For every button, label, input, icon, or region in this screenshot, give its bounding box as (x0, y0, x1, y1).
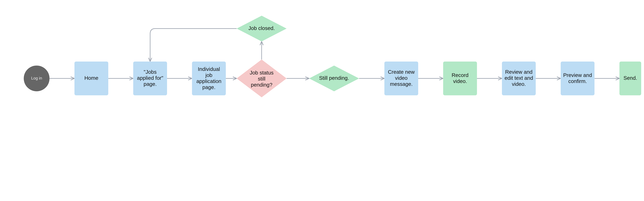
label-status-l2: still (258, 76, 266, 82)
node-preview: Preview and confirm. (561, 61, 594, 95)
label-status-l1: Job status (250, 70, 274, 76)
node-login: Log in (24, 65, 50, 91)
node-create-message: Create new video message. (384, 61, 418, 95)
label-ind-l2: job (205, 72, 212, 78)
label-jobs-l1: "Jobs (144, 69, 156, 75)
node-still-pending: Still pending. (309, 65, 359, 91)
label-ind-l4: page. (202, 84, 216, 90)
label-closed: Job closed. (248, 25, 275, 31)
node-home: Home (74, 61, 108, 95)
label-create-l1: Create new (388, 69, 415, 75)
label-record-l2: video. (453, 78, 467, 84)
label-preview-l1: Preview and (563, 72, 592, 78)
label-login: Log in (31, 76, 42, 80)
label-review-l3: video. (512, 81, 526, 87)
node-record-video: Record video. (443, 61, 477, 95)
label-jobs-l2: applied for" (137, 75, 163, 81)
node-individual: Individual job application page. (192, 61, 226, 95)
label-home: Home (84, 75, 98, 81)
label-review-l1: Review and (505, 69, 532, 75)
label-preview-l2: confirm. (568, 78, 587, 84)
label-record-l1: Record (452, 72, 468, 78)
label-review-l2: edit text and (505, 75, 533, 81)
flowchart: Log in Home "Jobs applied for" page. Ind… (0, 0, 644, 132)
node-send: Send. (620, 61, 641, 95)
label-create-l2: video (395, 75, 408, 81)
node-review: Review and edit text and video. (502, 61, 536, 95)
label-status-l3: pending? (251, 82, 272, 88)
label-jobs-l3: page. (144, 81, 157, 87)
node-job-closed: Job closed. (237, 16, 287, 41)
node-jobs-page: "Jobs applied for" page. (133, 61, 167, 95)
label-send: Send. (624, 75, 637, 81)
label-ind-l1: Individual (198, 66, 220, 72)
label-ind-l3: application (196, 78, 222, 84)
edge-closed-jobs (150, 28, 237, 61)
node-status-question: Job status still pending? (237, 60, 287, 97)
label-create-l3: message. (390, 81, 413, 87)
label-pending: Still pending. (319, 75, 349, 81)
